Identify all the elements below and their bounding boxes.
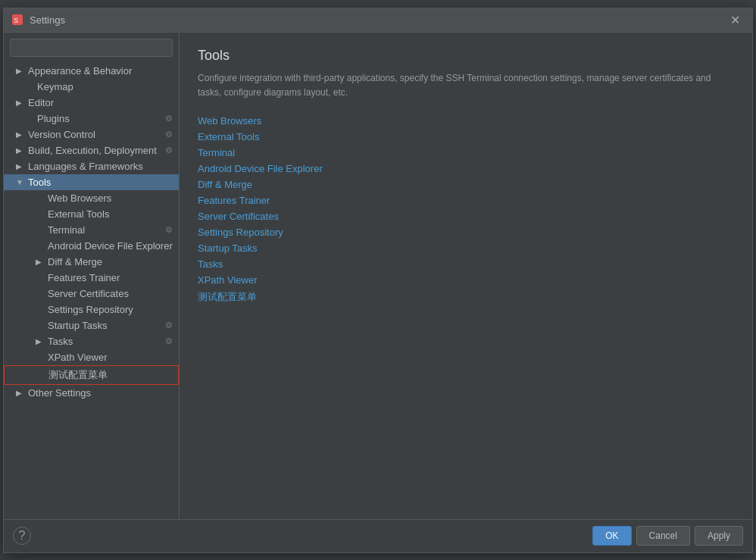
- sync-icon: ⚙: [165, 336, 173, 346]
- sidebar-item-label: Android Device File Explorer: [48, 240, 173, 252]
- sync-icon: ⚙: [165, 321, 173, 330]
- main-content: Tools Configure integration with third-p…: [180, 33, 752, 519]
- arrow-icon: ▼: [16, 178, 27, 186]
- sidebar-item-keymap[interactable]: Keymap: [4, 79, 179, 95]
- link-tasks[interactable]: Tasks: [198, 258, 734, 270]
- link-features-trainer[interactable]: Features Trainer: [198, 195, 734, 206]
- sidebar-item-terminal[interactable]: Terminal ⚙: [4, 222, 179, 238]
- sidebar-item-label: Terminal: [48, 224, 85, 236]
- sidebar-item-label: Build, Execution, Deployment: [28, 145, 157, 156]
- sidebar-item-plugins[interactable]: Plugins ⚙: [4, 111, 179, 127]
- sidebar-item-version-control[interactable]: ▶ Version Control ⚙: [4, 127, 179, 142]
- page-description: Configure integration with third-party a…: [198, 71, 734, 100]
- arrow-icon: ▶: [16, 146, 27, 155]
- svg-text:S: S: [14, 17, 18, 24]
- link-startup-tasks[interactable]: Startup Tasks: [198, 242, 734, 254]
- sync-icon: ⚙: [165, 225, 173, 235]
- sidebar-item-label: Settings Repository: [48, 304, 133, 315]
- sidebar-item-label: Version Control: [28, 129, 95, 140]
- link-web-browsers[interactable]: Web Browsers: [198, 115, 734, 127]
- sidebar-item-tools[interactable]: ▼ Tools: [4, 174, 179, 190]
- help-button[interactable]: ?: [13, 527, 31, 545]
- sidebar-item-xpath[interactable]: XPath Viewer: [4, 349, 179, 365]
- tree-container: ▶ Appearance & Behavior Keymap ▶ Editor …: [4, 63, 179, 519]
- arrow-icon: ▶: [16, 67, 27, 75]
- sidebar-item-languages[interactable]: ▶ Languages & Frameworks: [4, 158, 179, 174]
- link-diff[interactable]: Diff & Merge: [198, 179, 734, 190]
- sync-icon: ⚙: [165, 130, 173, 139]
- window-title: Settings: [30, 14, 726, 26]
- settings-window: S Settings ✕ ▶ Appearance & Behavior Key…: [3, 8, 753, 553]
- sync-icon: ⚙: [165, 114, 173, 124]
- apply-button[interactable]: Apply: [695, 526, 743, 546]
- sidebar-item-web-browsers[interactable]: Web Browsers: [4, 190, 179, 206]
- sidebar-item-android[interactable]: Android Device File Explorer: [4, 238, 179, 254]
- footer: ? OK Cancel Apply: [4, 519, 752, 552]
- sidebar-item-external-tools[interactable]: External Tools: [4, 206, 179, 222]
- sidebar-item-build[interactable]: ▶ Build, Execution, Deployment ⚙: [4, 142, 179, 158]
- sidebar-item-label: Features Trainer: [48, 272, 120, 283]
- sidebar-item-label: Languages & Frameworks: [28, 161, 143, 172]
- sidebar-item-label: Other Settings: [28, 387, 91, 399]
- sidebar-item-label: Appearance & Behavior: [28, 65, 132, 77]
- sidebar-item-label: 测试配置菜单: [48, 368, 108, 382]
- title-bar: S Settings ✕: [4, 8, 752, 33]
- sidebar-item-diff[interactable]: ▶ Diff & Merge: [4, 254, 179, 270]
- sidebar-item-appearance[interactable]: ▶ Appearance & Behavior: [4, 63, 179, 79]
- arrow-icon: ▶: [16, 130, 27, 139]
- sidebar-item-settings-repo[interactable]: Settings Repository: [4, 302, 179, 318]
- cancel-button[interactable]: Cancel: [636, 526, 690, 546]
- arrow-icon: ▶: [36, 337, 46, 346]
- page-title: Tools: [198, 48, 734, 64]
- ok-button[interactable]: OK: [592, 526, 631, 546]
- sidebar-item-label: Diff & Merge: [48, 256, 102, 267]
- link-server-certs[interactable]: Server Certificates: [198, 211, 734, 222]
- sidebar-item-features-trainer[interactable]: Features Trainer: [4, 270, 179, 286]
- sidebar-item-tasks[interactable]: ▶ Tasks ⚙: [4, 333, 179, 349]
- sidebar: ▶ Appearance & Behavior Keymap ▶ Editor …: [4, 33, 180, 519]
- sidebar-item-label: Server Certificates: [48, 288, 129, 299]
- footer-buttons: OK Cancel Apply: [592, 526, 743, 546]
- search-input[interactable]: [10, 39, 173, 57]
- sidebar-item-label: Editor: [28, 97, 54, 108]
- link-terminal[interactable]: Terminal: [198, 147, 734, 158]
- sidebar-item-label: Plugins: [37, 113, 70, 124]
- arrow-icon: ▶: [16, 162, 27, 171]
- sidebar-item-startup-tasks[interactable]: Startup Tasks ⚙: [4, 318, 179, 333]
- arrow-icon: ▶: [16, 389, 27, 397]
- sidebar-item-label: External Tools: [48, 208, 109, 220]
- sidebar-item-label: Startup Tasks: [48, 320, 108, 331]
- sidebar-item-label: Web Browsers: [48, 192, 111, 204]
- link-settings-repo[interactable]: Settings Repository: [198, 227, 734, 238]
- link-android[interactable]: Android Device File Explorer: [198, 163, 734, 174]
- link-xpath[interactable]: XPath Viewer: [198, 274, 734, 286]
- sidebar-item-server-certs[interactable]: Server Certificates: [4, 286, 179, 302]
- sidebar-item-label: Tasks: [48, 336, 73, 347]
- sidebar-item-test-menu[interactable]: 测试配置菜单: [4, 365, 179, 385]
- arrow-icon: ▶: [16, 99, 27, 107]
- app-icon: S: [11, 14, 23, 26]
- sidebar-item-label: Keymap: [37, 81, 73, 92]
- sidebar-item-label: XPath Viewer: [48, 352, 108, 363]
- sidebar-item-other-settings[interactable]: ▶ Other Settings: [4, 385, 179, 401]
- sidebar-item-label: Tools: [28, 177, 51, 188]
- sync-icon: ⚙: [165, 145, 173, 155]
- sidebar-item-editor[interactable]: ▶ Editor: [4, 95, 179, 111]
- content-area: ▶ Appearance & Behavior Keymap ▶ Editor …: [4, 33, 752, 519]
- close-button[interactable]: ✕: [726, 11, 745, 29]
- link-test-menu[interactable]: 测试配置菜单: [198, 290, 734, 304]
- arrow-icon: ▶: [36, 258, 46, 266]
- link-external-tools[interactable]: External Tools: [198, 131, 734, 142]
